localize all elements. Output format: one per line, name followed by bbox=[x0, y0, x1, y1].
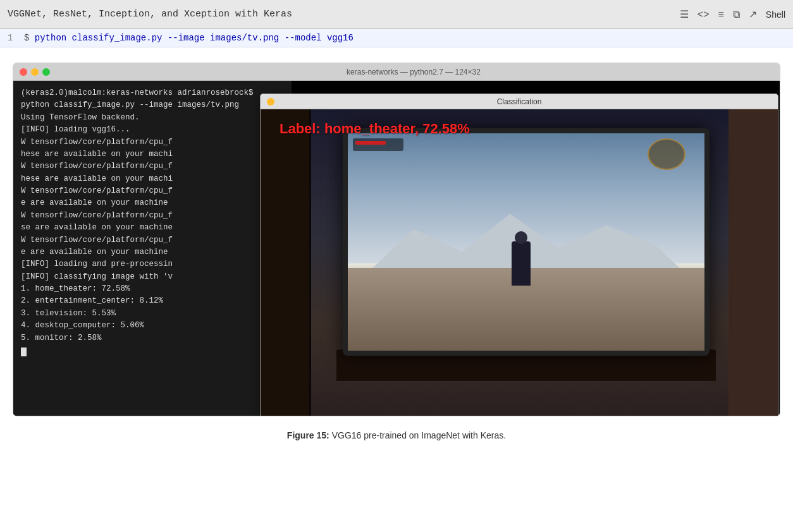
terminal-line-3: W tensorflow/core/platform/cpu_f bbox=[21, 136, 284, 148]
close-dot[interactable] bbox=[20, 68, 27, 76]
code-command: python classify_image.py --image images/… bbox=[35, 33, 353, 43]
hamburger-icon[interactable]: ☰ bbox=[680, 8, 689, 20]
terminal-pane: (keras2.0)malcolm:keras-networks adrianr… bbox=[13, 81, 292, 416]
screenshot-container: keras-networks — python2.7 — 124×32 (ker… bbox=[13, 63, 780, 416]
windows-area: (keras2.0)malcolm:keras-networks adrianr… bbox=[13, 81, 780, 416]
terminal-window-title: keras-networks — python2.7 — 124×32 bbox=[54, 68, 773, 76]
tv-screen bbox=[348, 133, 704, 351]
terminal-line-9: W tensorflow/core/platform/cpu_f bbox=[21, 210, 284, 222]
terminal-line-11: W tensorflow/core/platform/cpu_f bbox=[21, 234, 284, 246]
terminal-line-10: se are available on your machine bbox=[21, 222, 284, 234]
toolbar-icons: ☰ <> ≡ ⧉ ↗ Shell bbox=[680, 8, 785, 20]
classif-photo: Label: home_theater, 72.58% bbox=[261, 109, 778, 416]
toolbar: VGGNet, ResNet, Inception, and Xception … bbox=[0, 0, 793, 29]
figure-caption-text: VGG16 pre-trained on ImageNet with Keras… bbox=[329, 430, 506, 440]
terminal-result-3: 3. television: 5.53% bbox=[21, 308, 284, 320]
hud-top-right bbox=[648, 138, 685, 170]
code-icon[interactable]: <> bbox=[698, 9, 710, 20]
terminal-line-4: hese are available on your machi bbox=[21, 148, 284, 160]
game-character bbox=[512, 241, 531, 286]
terminal-line-5: W tensorflow/core/platform/cpu_f bbox=[21, 160, 284, 172]
terminal-line-6: hese are available on your machi bbox=[21, 173, 284, 185]
classif-minimize-dot[interactable] bbox=[267, 98, 274, 106]
terminal-result-5: 5. monitor: 2.58% bbox=[21, 332, 284, 344]
terminal-result-4: 4. desktop_computer: 5.06% bbox=[21, 320, 284, 332]
copy-icon[interactable]: ⧉ bbox=[733, 9, 740, 20]
terminal-line-14: [INFO] classifying image with 'v bbox=[21, 271, 284, 283]
terminal-line-0: (keras2.0)malcolm:keras-networks adrianr… bbox=[21, 87, 284, 112]
terminal-line-7: W tensorflow/core/platform/cpu_f bbox=[21, 185, 284, 197]
terminal-result-1: 1. home_theater: 72.58% bbox=[21, 283, 284, 295]
terminal-cursor bbox=[21, 348, 27, 356]
list-icon[interactable]: ≡ bbox=[718, 9, 724, 20]
shelf-left bbox=[261, 109, 311, 416]
terminal-line-12: e are available on your machine bbox=[21, 246, 284, 258]
external-link-icon[interactable]: ↗ bbox=[749, 8, 757, 20]
code-content: $ python classify_image.py --image image… bbox=[24, 33, 353, 43]
wall-right bbox=[728, 109, 778, 416]
tv-frame bbox=[343, 128, 710, 356]
terminal-line-13: [INFO] loading and pre-processin bbox=[21, 258, 284, 270]
main-content: keras-networks — python2.7 — 124×32 (ker… bbox=[0, 47, 793, 456]
terminal-cursor-line bbox=[21, 344, 284, 356]
hud-top-left bbox=[353, 138, 403, 151]
figure-caption: Figure 15: VGG16 pre-trained on ImageNet… bbox=[13, 424, 780, 443]
shell-label: Shell bbox=[766, 9, 785, 20]
maximize-dot[interactable] bbox=[42, 68, 50, 76]
code-dollar: $ bbox=[24, 33, 35, 43]
classification-label: Label: home_theater, 72.58% bbox=[280, 121, 470, 137]
line-number: 1 bbox=[8, 33, 18, 43]
terminal-chrome: keras-networks — python2.7 — 124×32 bbox=[13, 63, 780, 81]
classif-title: Classification bbox=[497, 97, 542, 106]
terminal-result-2: 2. entertainment_center: 8.12% bbox=[21, 295, 284, 307]
classification-window: Classification bbox=[260, 94, 778, 416]
terminal-line-2: [INFO] loading vgg16... bbox=[21, 124, 284, 136]
minimize-dot[interactable] bbox=[31, 68, 39, 76]
scene-background: Label: home_theater, 72.58% bbox=[261, 109, 778, 416]
figure-caption-label: Figure 15: bbox=[287, 430, 329, 440]
classif-titlebar: Classification bbox=[261, 94, 778, 109]
code-line: 1 $ python classify_image.py --image ima… bbox=[0, 29, 793, 47]
terminal-line-1: Using TensorFlow backend. bbox=[21, 112, 284, 124]
toolbar-title: VGGNet, ResNet, Inception, and Xception … bbox=[8, 9, 680, 20]
terminal-line-8: e are available on your machine bbox=[21, 197, 284, 209]
